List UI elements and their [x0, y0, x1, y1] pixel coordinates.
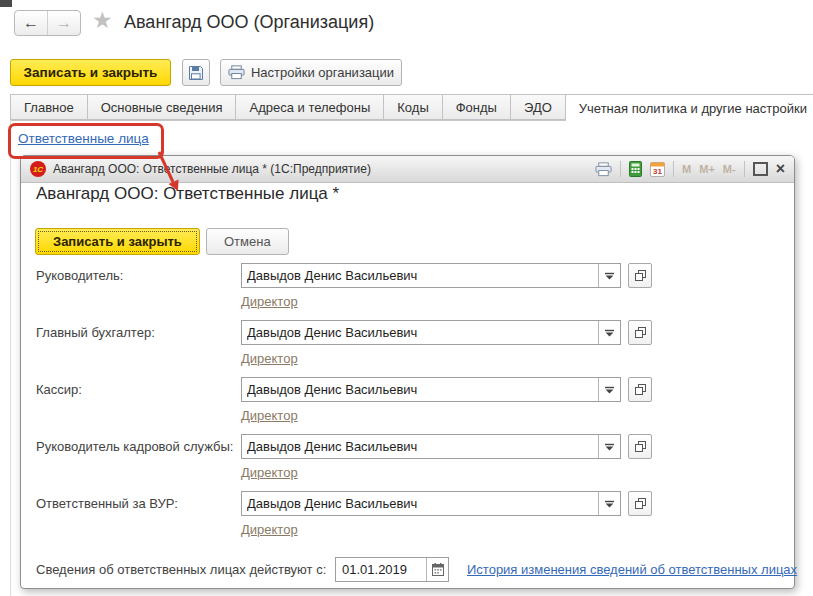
field-label: Главный бухгалтер: — [36, 325, 155, 340]
field-label: Руководитель: — [36, 268, 123, 283]
person-input[interactable] — [242, 435, 598, 458]
floppy-disk-icon — [188, 65, 204, 81]
print-icon[interactable] — [595, 162, 612, 177]
dropdown-button[interactable] — [598, 492, 620, 515]
printer-icon — [228, 65, 245, 80]
calculator-icon[interactable] — [629, 161, 642, 177]
history-nav: ← → — [14, 10, 81, 36]
open-person-button[interactable] — [628, 491, 652, 516]
person-input[interactable] — [242, 321, 598, 344]
open-in-window-icon — [635, 327, 646, 338]
save-and-close-button[interactable]: Записать и закрыть — [10, 59, 171, 86]
save-button[interactable] — [182, 59, 210, 86]
position-link[interactable]: Директор — [241, 522, 298, 537]
person-input-wrap — [241, 263, 621, 288]
person-input-wrap — [241, 320, 621, 345]
tab-osnovnye-svedeniya[interactable]: Основные сведения — [88, 94, 237, 120]
field-row-glavnyy-buhgalter: Главный бухгалтер: Директор — [21, 315, 794, 372]
tab-fondy[interactable]: Фонды — [443, 94, 511, 120]
dropdown-button[interactable] — [598, 321, 620, 344]
favorite-star-icon[interactable]: ★ — [92, 7, 113, 34]
forward-button[interactable]: → — [47, 11, 80, 35]
open-in-window-icon — [635, 441, 646, 452]
dropdown-button[interactable] — [598, 435, 620, 458]
tab-uchetnaya-politika[interactable]: Учетная политика и другие настройки — [566, 94, 813, 122]
tab-glavnoe[interactable]: Главное — [10, 94, 88, 120]
chevron-down-icon — [605, 329, 614, 337]
page-title: Авангард ООО (Организация) — [124, 12, 374, 33]
dropdown-button[interactable] — [598, 264, 620, 287]
titlebar-separator — [673, 161, 674, 177]
open-person-button[interactable] — [628, 434, 652, 459]
org-settings-label: Настройки организации — [251, 65, 394, 80]
open-person-button[interactable] — [628, 377, 652, 402]
dialog-titlebar[interactable]: 1С Авангард ООО: Ответственные лица * (1… — [21, 156, 794, 183]
titlebar-separator — [744, 161, 745, 177]
open-in-window-icon — [635, 270, 646, 281]
effective-date-wrap — [335, 557, 449, 582]
effective-date-input[interactable] — [336, 558, 426, 581]
tab-panel-left-border — [10, 120, 11, 596]
maximize-icon[interactable] — [753, 162, 768, 176]
org-settings-button[interactable]: Настройки организации — [220, 59, 402, 86]
field-label: Ответственный за ВУР: — [36, 496, 178, 511]
person-input[interactable] — [242, 264, 598, 287]
back-button[interactable]: ← — [15, 11, 47, 35]
dropdown-button[interactable] — [598, 378, 620, 401]
person-input[interactable] — [242, 492, 598, 515]
field-row-kassir: Кассир: Директор — [21, 372, 794, 429]
field-row-otvetstvennyy-vur: Ответственный за ВУР: Директор — [21, 486, 794, 543]
position-link[interactable]: Директор — [241, 408, 298, 423]
chevron-down-icon — [605, 443, 614, 451]
history-link[interactable]: История изменения сведений об ответствен… — [467, 562, 797, 577]
person-input-wrap — [241, 377, 621, 402]
dialog-titlebar-text: Авангард ООО: Ответственные лица * (1С:П… — [53, 162, 371, 176]
titlebar-separator — [620, 161, 621, 177]
open-in-window-icon — [635, 498, 646, 509]
open-person-button[interactable] — [628, 320, 652, 345]
responsible-persons-link[interactable]: Ответственные лица — [18, 131, 149, 146]
dialog-cancel-button[interactable]: Отмена — [206, 228, 289, 255]
calendar-icon[interactable]: 31 — [650, 161, 665, 177]
open-in-window-icon — [635, 384, 646, 395]
date-picker-button[interactable] — [426, 558, 448, 581]
memory-subtract-button[interactable]: M- — [723, 163, 736, 175]
memory-recall-button[interactable]: M — [682, 163, 691, 175]
dialog-heading: Авангард ООО: Ответственные лица * — [36, 184, 339, 204]
position-link[interactable]: Директор — [241, 294, 298, 309]
field-row-rukovoditel: Руководитель: Директор — [21, 258, 794, 315]
chevron-down-icon — [605, 500, 614, 508]
svg-text:31: 31 — [653, 167, 662, 176]
tab-edo[interactable]: ЭДО — [511, 94, 566, 120]
field-label: Руководитель кадровой службы: — [36, 439, 233, 454]
1c-logo-icon: 1С — [30, 161, 46, 177]
close-icon[interactable]: × — [776, 161, 785, 177]
chevron-down-icon — [605, 272, 614, 280]
effective-date-label: Сведения об ответственных лицах действую… — [36, 562, 326, 577]
chevron-down-icon — [605, 386, 614, 394]
dialog-save-and-close-button[interactable]: Записать и закрыть — [35, 228, 200, 255]
window-edge-mark — [0, 0, 12, 7]
position-link[interactable]: Директор — [241, 465, 298, 480]
responsible-persons-dialog: 1С Авангард ООО: Ответственные лица * (1… — [20, 155, 795, 589]
field-label: Кассир: — [36, 382, 82, 397]
person-input[interactable] — [242, 378, 598, 401]
field-row-rukovoditel-kadrovoy: Руководитель кадровой службы: Директор — [21, 429, 794, 486]
tab-kody[interactable]: Коды — [384, 94, 442, 120]
person-input-wrap — [241, 491, 621, 516]
tab-bar: Главное Основные сведения Адреса и телеф… — [10, 94, 813, 122]
memory-add-button[interactable]: M+ — [699, 163, 715, 175]
open-person-button[interactable] — [628, 263, 652, 288]
tab-adresa-i-telefony[interactable]: Адреса и телефоны — [236, 94, 384, 120]
calendar-icon — [432, 563, 444, 576]
position-link[interactable]: Директор — [241, 351, 298, 366]
person-input-wrap — [241, 434, 621, 459]
